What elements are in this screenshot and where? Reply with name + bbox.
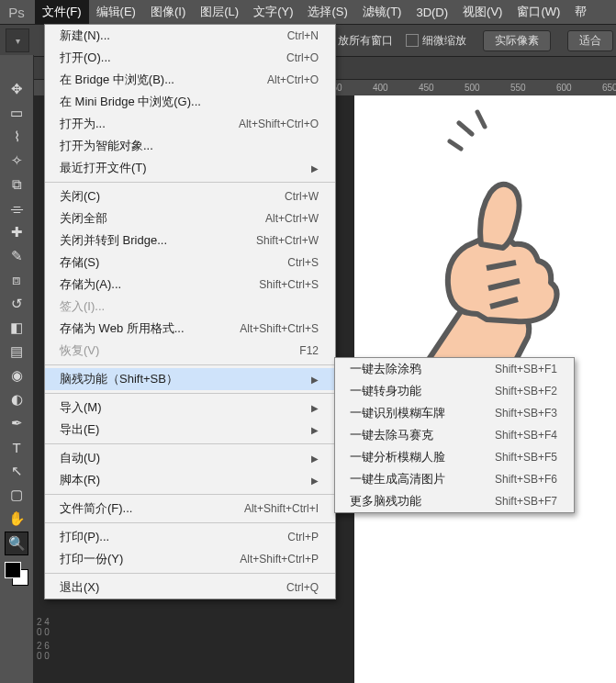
ps-logo: Ps (7, 3, 26, 21)
marquee-tool[interactable]: ▭ (6, 102, 28, 124)
smooth-zoom-checkbox[interactable] (406, 34, 419, 47)
submenu-item[interactable]: 一键转身功能Shift+SB+F2 (335, 380, 574, 402)
file-menu-item[interactable]: 在 Mini Bridge 中浏览(G)... (45, 91, 335, 113)
ruler-tick: 600 (556, 83, 572, 93)
file-menu-item[interactable]: 打开为...Alt+Shift+Ctrl+O (45, 113, 335, 135)
smooth-zoom-label: 细微缩放 (422, 33, 466, 49)
submenu-item[interactable]: 一键生成高清图片Shift+SB+F6 (335, 468, 574, 490)
lasso-tool[interactable]: ⌇ (6, 126, 28, 148)
blur-tool[interactable]: ◉ (6, 364, 28, 386)
file-menu-item[interactable]: 打开(O)...Ctrl+O (45, 47, 335, 69)
history-tool[interactable]: ↺ (6, 293, 28, 315)
zoom-tool[interactable]: 🔍 (5, 532, 28, 555)
file-menu-item[interactable]: 导出(E)▶ (45, 419, 335, 441)
file-menu-item: 恢复(V)F12 (45, 340, 335, 362)
file-menu-item[interactable]: 文件简介(F)...Alt+Shift+Ctrl+I (45, 498, 335, 520)
menubar: Ps 文件(F)编辑(E)图像(I)图层(L)文字(Y)选择(S)滤镜(T)3D… (0, 0, 616, 24)
submenu-item[interactable]: 一键识别模糊车牌Shift+SB+F3 (335, 402, 574, 424)
brain-dead-submenu: 一键去除涂鸦Shift+SB+F1一键转身功能Shift+SB+F2一键识别模糊… (334, 357, 575, 513)
move-tool[interactable]: ✥ (6, 78, 28, 100)
menubar-item-2[interactable]: 图像(I) (143, 0, 193, 24)
eraser-tool[interactable]: ◧ (6, 317, 28, 339)
ruler-tick: 500 (465, 83, 480, 93)
type-tool[interactable]: T (6, 436, 28, 458)
hand-tool[interactable]: ✋ (6, 508, 28, 530)
submenu-item[interactable]: 更多脑残功能Shift+SB+F7 (335, 490, 574, 512)
submenu-item[interactable]: 一键去除马赛克Shift+SB+F4 (335, 424, 574, 446)
menubar-item-5[interactable]: 选择(S) (300, 0, 354, 24)
brush-tool[interactable]: ✎ (6, 245, 28, 267)
file-menu-item[interactable]: 关闭(C)Ctrl+W (45, 185, 335, 207)
file-menu-item[interactable]: 脑残功能（Shift+SB）▶ (45, 368, 335, 390)
info-readout: 2 40 0 2 60 0 (37, 617, 50, 661)
fit-screen-button[interactable]: 适合 (567, 30, 613, 51)
menubar-item-7[interactable]: 3D(D) (409, 0, 455, 24)
file-menu-item[interactable]: 存储(S)Ctrl+S (45, 252, 335, 274)
menubar-item-1[interactable]: 编辑(E) (89, 0, 143, 24)
dodge-tool[interactable]: ◐ (6, 388, 28, 410)
file-menu-item[interactable]: 打印(P)...Ctrl+P (45, 526, 335, 548)
file-menu-item[interactable]: 存储为 Web 所用格式...Alt+Shift+Ctrl+S (45, 318, 335, 340)
file-menu-item[interactable]: 退出(X)Ctrl+Q (45, 577, 335, 599)
path-tool[interactable]: ↖ (6, 460, 28, 482)
rect-tool[interactable]: ▢ (6, 484, 28, 506)
menubar-item-9[interactable]: 窗口(W) (510, 0, 567, 24)
heal-tool[interactable]: ✚ (6, 221, 28, 243)
ruler-tick: 650 (602, 83, 616, 93)
pen-tool[interactable]: ✒ (6, 412, 28, 434)
spark-lines (441, 95, 514, 162)
svg-line-2 (477, 112, 485, 127)
color-swatches[interactable] (5, 562, 28, 586)
menubar-item-8[interactable]: 视图(V) (455, 0, 510, 24)
file-menu: 新建(N)...Ctrl+N打开(O)...Ctrl+O在 Bridge 中浏览… (44, 24, 336, 599)
submenu-item[interactable]: 一键去除涂鸦Shift+SB+F1 (335, 358, 574, 380)
file-menu-item[interactable]: 打印一份(Y)Alt+Shift+Ctrl+P (45, 548, 335, 570)
ruler-tick: 450 (419, 83, 434, 93)
menubar-item-0[interactable]: 文件(F) (35, 0, 89, 24)
tool-preset-dropdown[interactable]: ▾ (6, 28, 29, 52)
actual-pixels-button[interactable]: 实际像素 (483, 30, 551, 51)
fit-all-windows-label: 放所有窗口 (338, 33, 393, 49)
file-menu-item[interactable]: 新建(N)...Ctrl+N (45, 25, 335, 47)
menubar-item-4[interactable]: 文字(Y) (246, 0, 300, 24)
file-menu-item[interactable]: 自动(U)▶ (45, 447, 335, 469)
menubar-item-3[interactable]: 图层(L) (193, 0, 246, 24)
svg-line-0 (450, 141, 461, 149)
gradient-tool[interactable]: ▤ (6, 341, 28, 363)
file-menu-item[interactable]: 关闭并转到 Bridge...Shift+Ctrl+W (45, 230, 335, 252)
file-menu-item[interactable]: 打开为智能对象... (45, 135, 335, 157)
crop-tool[interactable]: ⧉ (6, 174, 28, 196)
tools-panel: ✥▭⌇✧⧉⌯✚✎⧈↺◧▤◉◐✒T↖▢✋🔍 (0, 55, 34, 683)
svg-line-1 (459, 123, 472, 134)
file-menu-item[interactable]: 最近打开文件(T)▶ (45, 157, 335, 179)
ruler-tick: 550 (510, 83, 526, 93)
ruler-tick: 400 (373, 83, 388, 93)
file-menu-item[interactable]: 在 Bridge 中浏览(B)...Alt+Ctrl+O (45, 69, 335, 91)
submenu-item[interactable]: 一键分析模糊人脸Shift+SB+F5 (335, 446, 574, 468)
wand-tool[interactable]: ✧ (6, 150, 28, 172)
file-menu-item: 签入(I)... (45, 296, 335, 318)
stamp-tool[interactable]: ⧈ (6, 269, 28, 291)
file-menu-item[interactable]: 存储为(A)...Shift+Ctrl+S (45, 274, 335, 296)
file-menu-item[interactable]: 关闭全部Alt+Ctrl+W (45, 207, 335, 230)
eyedrop-tool[interactable]: ⌯ (6, 197, 28, 219)
menubar-item-6[interactable]: 滤镜(T) (355, 0, 409, 24)
menubar-item-10[interactable]: 帮 (567, 0, 594, 24)
file-menu-item[interactable]: 脚本(R)▶ (45, 469, 335, 491)
file-menu-item[interactable]: 导入(M)▶ (45, 397, 335, 419)
